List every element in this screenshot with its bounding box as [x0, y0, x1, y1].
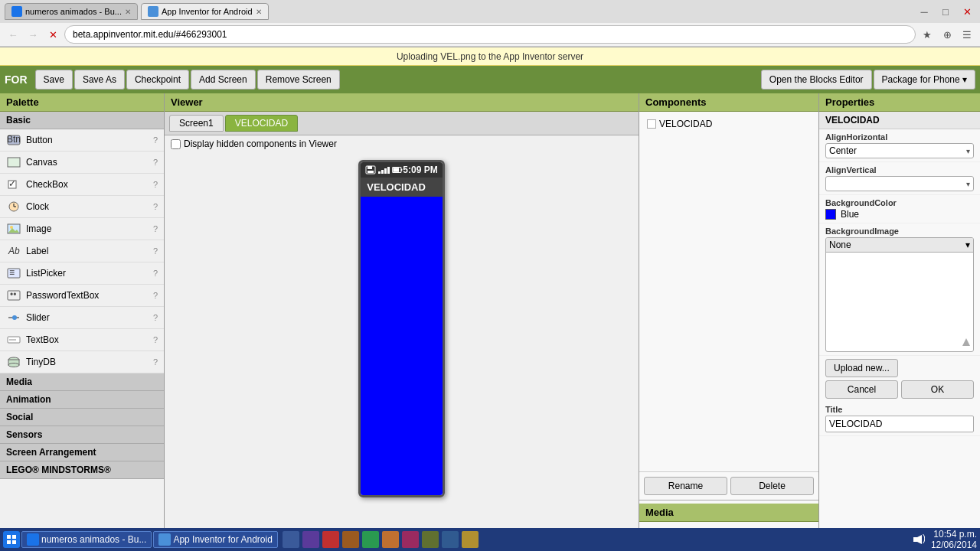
prop-dropdown-alignhorizontal[interactable]: Center ▾ — [825, 143, 974, 158]
back-button[interactable]: ← — [5, 26, 21, 43]
component-label-velocidad: VELOCIDAD — [659, 119, 712, 129]
save-button[interactable]: Save — [35, 70, 73, 90]
delete-button[interactable]: Delete — [730, 477, 814, 495]
checkbox-help-icon[interactable]: ? — [153, 180, 158, 189]
remove-screen-button[interactable]: Remove Screen — [257, 70, 340, 90]
palette-item-tinydb[interactable]: TinyDB ? — [0, 351, 164, 373]
component-checkbox-velocidad[interactable] — [647, 119, 656, 129]
prop-color-row: Blue — [825, 209, 974, 220]
backgroundcolor-swatch[interactable] — [825, 209, 836, 220]
upload-new-button[interactable]: Upload new... — [825, 359, 898, 377]
taskbar-icon-5[interactable] — [322, 531, 339, 548]
palette-item-textbox[interactable]: TextBox ? — [0, 329, 164, 351]
tab1-close-icon[interactable]: ✕ — [125, 8, 131, 16]
clock-help-icon[interactable]: ? — [153, 202, 158, 211]
tab-screen1[interactable]: Screen1 — [169, 115, 224, 132]
palette-item-passwordtextbox[interactable]: •• PasswordTextBox ? — [0, 285, 164, 307]
palette-item-checkbox[interactable]: ✓ CheckBox ? — [0, 174, 164, 196]
hidden-components-checkbox[interactable] — [171, 139, 181, 149]
svg-marker-34 — [917, 535, 922, 544]
rename-button[interactable]: Rename — [644, 477, 727, 495]
palette-item-slider[interactable]: Slider ? — [0, 307, 164, 329]
taskbar-icon-11[interactable] — [442, 531, 459, 548]
browser-tab-2[interactable]: App Inventor for Android ✕ — [141, 3, 269, 20]
canvas-help-icon[interactable]: ? — [153, 158, 158, 167]
palette-item-canvas[interactable]: Canvas ? — [0, 152, 164, 174]
signal-bars-icon — [378, 167, 390, 174]
svg-rect-31 — [7, 540, 11, 544]
svg-text:••: •• — [10, 290, 16, 300]
passwordtextbox-help-icon[interactable]: ? — [153, 291, 158, 300]
checkpoint-button[interactable]: Checkpoint — [126, 70, 189, 90]
palette-category-screen-arrangement[interactable]: Screen Arrangement — [0, 444, 164, 461]
app-logo: FOR — [5, 73, 28, 86]
palette-item-label[interactable]: Ab Label ? — [0, 240, 164, 262]
refresh-button[interactable]: ✕ — [44, 26, 61, 43]
taskbar-item-1[interactable]: numeros animados - Bu... — [21, 531, 152, 548]
add-screen-button[interactable]: Add Screen — [191, 70, 256, 90]
palette-category-basic[interactable]: Basic — [0, 112, 164, 129]
ok-button[interactable]: OK — [901, 380, 974, 399]
phone-time: 5:09 PM — [403, 165, 437, 175]
menu-button[interactable]: ☰ — [959, 26, 975, 43]
open-blocks-editor-button[interactable]: Open the Blocks Editor — [761, 70, 872, 90]
save-as-button[interactable]: Save As — [74, 70, 125, 90]
taskbar-icon-8[interactable] — [382, 531, 399, 548]
taskbar-icon-4[interactable] — [302, 531, 319, 548]
title-input[interactable] — [825, 416, 974, 432]
package-for-phone-button[interactable]: Package for Phone ▾ — [874, 70, 975, 90]
palette-category-lego[interactable]: LEGO® MINDSTORMS® — [0, 461, 164, 479]
forward-button[interactable]: → — [24, 26, 41, 43]
taskbar-icon-6[interactable] — [342, 531, 359, 548]
close-button[interactable]: ✕ — [959, 3, 975, 20]
maximize-button[interactable]: □ — [937, 3, 954, 20]
browser-tab-1[interactable]: numeros animados - Bu... ✕ — [5, 3, 138, 20]
cancel-button[interactable]: Cancel — [825, 380, 898, 399]
listpicker-help-icon[interactable]: ? — [153, 269, 158, 278]
minimize-button[interactable]: ─ — [916, 3, 933, 20]
taskbar-time-text: 10:54 p.m. — [931, 529, 977, 540]
signal-bar-3 — [384, 168, 387, 174]
taskbar-time: 10:54 p.m. 12/06/2014 — [931, 529, 977, 550]
signal-bar-4 — [387, 167, 390, 174]
taskbar-icon-12[interactable] — [462, 531, 479, 548]
phone-statusbar: 5:09 PM — [361, 162, 442, 178]
palette-item-image[interactable]: Image ? — [0, 218, 164, 240]
taskbar-right: ) 10:54 p.m. 12/06/2014 — [913, 529, 977, 550]
taskbar-icon-9[interactable] — [402, 531, 419, 548]
properties-header: Properties — [819, 93, 980, 112]
bookmark-button[interactable]: ★ — [919, 26, 936, 43]
button-help-icon[interactable]: ? — [153, 135, 158, 145]
palette-item-listpicker[interactable]: ≡ ListPicker ? — [0, 262, 164, 285]
palette-item-button[interactable]: Btn Button ? — [0, 129, 164, 152]
textbox-help-icon[interactable]: ? — [153, 335, 158, 344]
tab2-label: App Inventor for Android — [162, 7, 253, 16]
browser-titlebar: numeros animados - Bu... ✕ App Inventor … — [0, 0, 980, 23]
start-button[interactable] — [3, 531, 20, 548]
taskbar-icon-3[interactable] — [283, 531, 299, 548]
hidden-components-label: Display hidden components in Viewer — [184, 139, 337, 149]
address-bar[interactable] — [64, 25, 916, 44]
palette-category-social[interactable]: Social — [0, 409, 164, 426]
palette-category-media[interactable]: Media — [0, 373, 164, 391]
svg-rect-30 — [12, 535, 16, 539]
label-icon: Ab — [6, 243, 21, 259]
prop-bg-image-select[interactable]: None ▾ — [826, 238, 973, 253]
tab2-close-icon[interactable]: ✕ — [256, 8, 262, 16]
palette-category-animation[interactable]: Animation — [0, 391, 164, 409]
tinydb-help-icon[interactable]: ? — [153, 357, 158, 367]
palette-category-sensors[interactable]: Sensors — [0, 426, 164, 444]
prop-dropdown-alignvertical[interactable]: ▾ — [825, 176, 974, 191]
components-panel: Components VELOCIDAD Rename Delete Media… — [639, 93, 819, 551]
taskbar-icon-10[interactable] — [422, 531, 439, 548]
upload-banner: Uploading VEL.png to the App Inventor se… — [0, 47, 980, 66]
palette-item-clock[interactable]: Clock ? — [0, 196, 164, 218]
tab-velocidad[interactable]: VELOCIDAD — [225, 115, 298, 132]
component-item-velocidad[interactable]: VELOCIDAD — [644, 116, 814, 132]
taskbar-item-2[interactable]: App Inventor for Android — [153, 531, 277, 548]
image-help-icon[interactable]: ? — [153, 224, 158, 233]
extensions-button[interactable]: ⊕ — [939, 26, 956, 43]
label-help-icon[interactable]: ? — [153, 246, 158, 256]
slider-help-icon[interactable]: ? — [153, 313, 158, 322]
taskbar-icon-7[interactable] — [362, 531, 379, 548]
